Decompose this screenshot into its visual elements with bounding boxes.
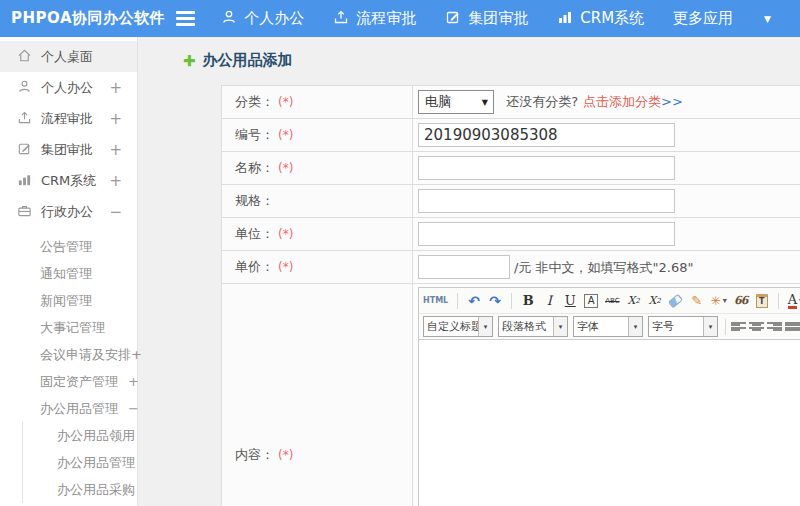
underline-button[interactable]: U: [563, 291, 577, 311]
more-apps-caret-icon[interactable]: ▼: [762, 14, 771, 24]
expand-plus-icon[interactable]: +: [109, 141, 122, 159]
sidebar-item-fixed-assets-mgmt[interactable]: 固定资产管理+: [0, 368, 137, 395]
font-size-combo[interactable]: 字号▾: [648, 316, 718, 337]
align-center-icon[interactable]: [749, 321, 764, 333]
topnav-workflow-approval[interactable]: 流程审批: [333, 9, 416, 29]
content-label: 内容：: [235, 447, 274, 462]
superscript-button[interactable]: X2: [627, 291, 641, 311]
add-plus-icon: ✚: [183, 52, 196, 70]
bold-button[interactable]: B: [521, 291, 535, 311]
menu-hamburger-icon[interactable]: [176, 11, 195, 26]
briefcase-icon: [17, 203, 41, 221]
select-caret-icon: ▼: [482, 98, 488, 107]
bar-chart-icon: [557, 9, 580, 29]
combo-caret-icon: ▾: [553, 317, 567, 336]
form-row-category: 分类：(*) 电脑 ▼ 还没有分类?点击添加分类>>: [222, 86, 800, 119]
bar-chart-icon: [17, 172, 41, 190]
redo-icon[interactable]: ↷: [488, 291, 502, 311]
font-color-dropdown[interactable]: A▾: [788, 291, 800, 311]
expand-plus-icon[interactable]: +: [109, 172, 122, 190]
combo-caret-icon: ▾: [478, 317, 492, 336]
sidebar-item-news-mgmt[interactable]: 新闻管理: [0, 287, 137, 314]
user-icon: [221, 9, 244, 29]
expand-plus-icon[interactable]: +: [109, 110, 122, 128]
combo-caret-icon: ▾: [628, 317, 642, 336]
sidebar-item-announcement-mgmt[interactable]: 公告管理: [0, 233, 137, 260]
sidebar-item-meeting-apply[interactable]: 会议申请及安排+: [0, 341, 137, 368]
sidebar: 个人桌面 个人办公 + 流程审批 + 集团审批 + CRM系统 + 行政办公 −…: [0, 37, 138, 506]
editor-toolbar-row2: 自定义标题▾ 段落格式▾ 字体▾ 字号▾ ∞: [419, 314, 800, 340]
topnav-crm[interactable]: CRM系统: [557, 9, 644, 29]
html-source-button[interactable]: HTML: [423, 291, 448, 311]
sidebar-item-supplies-purchase[interactable]: 办公用品采购: [23, 476, 137, 503]
topnav-group-approval[interactable]: 集团审批: [445, 9, 528, 29]
form-row-code: 编号：(*): [222, 119, 800, 152]
char-border-button[interactable]: A: [584, 294, 598, 308]
topnav-personal-office[interactable]: 个人办公: [221, 9, 304, 29]
category-hint: 还没有分类?: [506, 94, 578, 109]
unit-label: 单位：: [235, 226, 274, 241]
sidebar-item-personal-desktop[interactable]: 个人桌面: [0, 41, 137, 72]
format-brush-icon[interactable]: ✎: [690, 291, 704, 311]
supply-add-form: 分类：(*) 电脑 ▼ 还没有分类?点击添加分类>> 编号：(*) 名称：(*)…: [221, 85, 800, 506]
sidebar-item-group-approval[interactable]: 集团审批 +: [0, 134, 137, 165]
workflow-icon: [17, 110, 41, 128]
price-label: 单价：: [235, 259, 274, 274]
undo-icon[interactable]: ↶: [467, 291, 481, 311]
top-bar: PHPOA协同办公软件 个人办公 流程审批 集团审批 CRM系统 更多应用 ▼: [0, 0, 800, 37]
page-title: ✚ 办公用品添加: [183, 51, 800, 70]
collapse-minus-icon[interactable]: −: [109, 203, 122, 221]
name-input[interactable]: [418, 156, 675, 180]
align-left-icon[interactable]: [731, 321, 746, 333]
custom-title-combo[interactable]: 自定义标题▾: [423, 316, 493, 337]
combo-caret-icon: ▾: [703, 317, 717, 336]
unit-input[interactable]: [418, 222, 675, 246]
add-category-link-arrows[interactable]: >>: [661, 94, 683, 109]
paragraph-format-combo[interactable]: 段落格式▾: [498, 316, 568, 337]
auto-typeset-dropdown[interactable]: ✳▾: [711, 291, 727, 311]
spec-label: 规格：: [235, 193, 274, 208]
form-row-unit: 单位：(*): [222, 218, 800, 251]
edit-icon: [445, 9, 468, 29]
sidebar-item-notice-mgmt[interactable]: 通知管理: [0, 260, 137, 287]
code-input[interactable]: [418, 123, 675, 147]
sidebar-item-crm[interactable]: CRM系统 +: [0, 165, 137, 196]
price-input[interactable]: [418, 255, 510, 279]
expand-plus-icon[interactable]: +: [109, 79, 122, 97]
align-right-icon[interactable]: [767, 321, 782, 333]
collapse-minus-icon[interactable]: −: [128, 401, 139, 416]
sidebar-item-workflow-approval[interactable]: 流程审批 +: [0, 103, 137, 134]
align-justify-icon[interactable]: [785, 321, 800, 333]
price-suffix: /元 非中文，如填写格式"2.68": [514, 260, 693, 275]
name-label: 名称：: [235, 160, 274, 175]
sidebar-item-supplies-manage[interactable]: 办公用品管理: [23, 449, 137, 476]
topnav-more-apps[interactable]: 更多应用: [673, 9, 733, 28]
category-select[interactable]: 电脑 ▼: [418, 90, 494, 114]
user-icon: [17, 79, 41, 97]
sidebar-item-admin-office[interactable]: 行政办公 −: [0, 196, 137, 227]
subscript-button[interactable]: X2: [648, 291, 662, 311]
code-label: 编号：: [235, 127, 274, 142]
app-title: PHPOA协同办公软件: [0, 9, 176, 28]
paste-plain-text-icon[interactable]: T: [755, 291, 769, 311]
expand-plus-icon[interactable]: +: [128, 374, 139, 389]
sidebar-admin-submenu: 公告管理 通知管理 新闻管理 大事记管理 会议申请及安排+ 固定资产管理+ 办公…: [0, 227, 137, 503]
sidebar-item-memorabilia-mgmt[interactable]: 大事记管理: [0, 314, 137, 341]
font-family-combo[interactable]: 字体▾: [573, 316, 643, 337]
blockquote-button[interactable]: 66: [734, 291, 748, 311]
spec-input[interactable]: [418, 189, 675, 213]
sidebar-item-supplies-receive[interactable]: 办公用品领用: [23, 422, 137, 449]
add-category-link[interactable]: 点击添加分类: [583, 94, 661, 109]
editor-content-area[interactable]: [419, 340, 800, 506]
strikethrough-button[interactable]: ABC: [605, 291, 619, 311]
form-row-spec: 规格：: [222, 185, 800, 218]
required-mark: (*): [278, 448, 293, 462]
eraser-icon[interactable]: [669, 291, 683, 311]
italic-button[interactable]: I: [542, 291, 556, 311]
required-mark: (*): [278, 260, 293, 274]
rich-text-editor: HTML ↶ ↷ B I U A ABC X2 X2: [418, 287, 800, 506]
form-row-name: 名称：(*): [222, 152, 800, 185]
required-mark: (*): [278, 128, 293, 142]
sidebar-item-office-supplies-mgmt[interactable]: 办公用品管理−: [0, 395, 137, 422]
sidebar-item-personal-office[interactable]: 个人办公 +: [0, 72, 137, 103]
